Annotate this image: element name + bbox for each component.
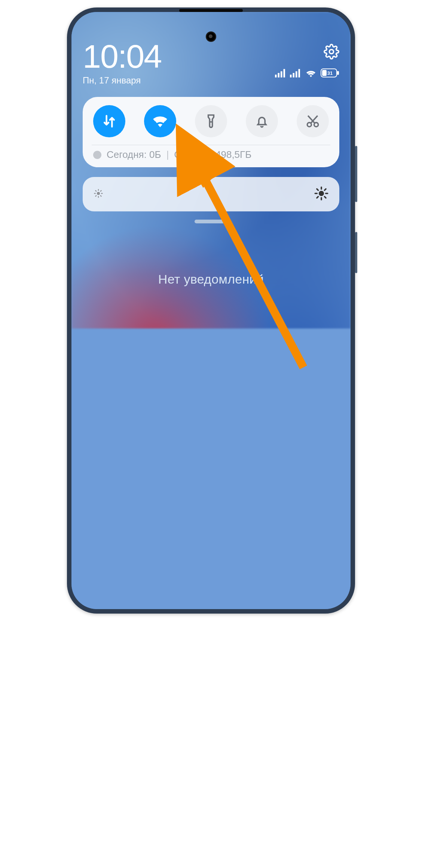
svg-rect-4 xyxy=(284,69,285,78)
no-notifications-text: Нет уведомлений xyxy=(83,272,339,287)
svg-rect-3 xyxy=(281,71,282,78)
svg-rect-11 xyxy=(322,70,327,76)
date: Пн, 17 января xyxy=(83,75,161,86)
svg-rect-10 xyxy=(337,71,339,75)
svg-line-22 xyxy=(101,196,101,196)
svg-rect-2 xyxy=(278,73,280,77)
earpiece xyxy=(179,9,243,12)
bell-icon xyxy=(254,113,270,129)
wifi-icon xyxy=(305,68,317,77)
svg-rect-6 xyxy=(293,73,295,77)
brightness-low-icon xyxy=(93,188,104,200)
separator: | xyxy=(166,149,169,161)
divider xyxy=(92,145,330,145)
brightness-high-icon xyxy=(314,186,329,202)
svg-rect-8 xyxy=(299,69,300,78)
battery-icon: 31 xyxy=(321,68,339,77)
svg-line-21 xyxy=(95,190,96,191)
signal-icon xyxy=(290,68,301,77)
brightness-slider[interactable] xyxy=(83,177,339,211)
svg-line-33 xyxy=(325,189,326,190)
toggle-flashlight[interactable] xyxy=(195,105,227,137)
svg-point-16 xyxy=(97,192,100,195)
gear-icon xyxy=(324,44,339,59)
flashlight-icon xyxy=(203,113,219,129)
svg-line-31 xyxy=(325,197,326,198)
data-usage-remaining: Остаток: 498,5ГБ xyxy=(174,149,251,161)
svg-point-0 xyxy=(329,49,333,54)
data-usage-row[interactable]: Сегодня: 0Б | Остаток: 498,5ГБ xyxy=(93,149,329,161)
power-button[interactable] xyxy=(355,232,357,273)
toggle-wifi[interactable] xyxy=(144,105,176,137)
quick-settings-panel: Сегодня: 0Б | Остаток: 498,5ГБ xyxy=(83,97,339,167)
brightness-track[interactable] xyxy=(113,193,309,195)
svg-text:31: 31 xyxy=(327,70,333,76)
svg-rect-1 xyxy=(275,75,277,78)
screen: 10:04 Пн, 17 января xyxy=(71,12,351,609)
mobile-data-icon xyxy=(101,113,117,129)
svg-rect-5 xyxy=(290,75,292,78)
phone-frame: 10:04 Пн, 17 января xyxy=(67,7,355,614)
screenshot-icon xyxy=(305,113,321,129)
settings-button[interactable] xyxy=(324,44,339,61)
svg-line-24 xyxy=(101,190,101,191)
toggle-screenshot[interactable] xyxy=(297,105,329,137)
wifi-icon xyxy=(152,113,168,129)
status-bar-icons: 31 xyxy=(275,68,339,77)
svg-line-32 xyxy=(317,197,318,198)
toggle-do-not-disturb[interactable] xyxy=(246,105,278,137)
svg-line-30 xyxy=(317,189,318,190)
svg-point-25 xyxy=(319,191,324,196)
toggle-mobile-data[interactable] xyxy=(93,105,125,137)
svg-line-23 xyxy=(95,196,96,196)
clock: 10:04 xyxy=(83,40,161,73)
signal-icon xyxy=(275,68,286,77)
notification-shade-header: 10:04 Пн, 17 января xyxy=(83,40,339,86)
volume-button[interactable] xyxy=(355,146,357,202)
data-usage-today: Сегодня: 0Б xyxy=(107,149,161,161)
data-usage-dot-icon xyxy=(93,151,101,159)
shade-drag-handle[interactable] xyxy=(195,220,227,223)
svg-rect-7 xyxy=(296,71,297,78)
